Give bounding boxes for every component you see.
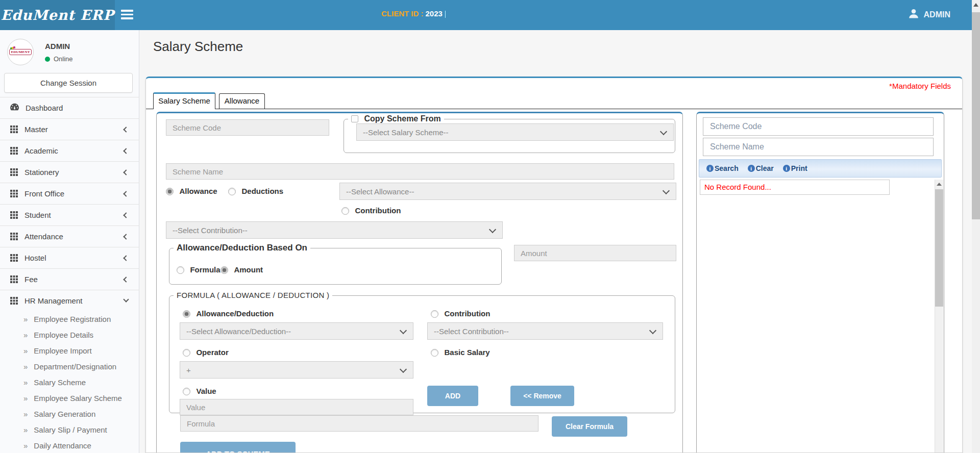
- chevron-left-icon: [123, 148, 129, 154]
- change-session-button[interactable]: Change Session: [4, 73, 133, 93]
- contribution-radio-row[interactable]: Contribution: [341, 206, 401, 215]
- fb-allowance-deduction-radio[interactable]: [183, 310, 190, 318]
- contribution-select[interactable]: --Select Contribution--: [166, 221, 503, 239]
- chevron-left-icon: [123, 191, 129, 196]
- grid-icon: [10, 190, 18, 197]
- amount-input[interactable]: [514, 245, 676, 261]
- fb-contribution-radio[interactable]: [431, 310, 438, 318]
- copy-scheme-select[interactable]: --Select Salary Scheme--: [356, 123, 674, 141]
- sidebar-toggle-icon[interactable]: [121, 10, 134, 21]
- grid-icon: [10, 275, 18, 283]
- grid-icon: [10, 125, 18, 133]
- scheme-name-input[interactable]: [166, 163, 674, 180]
- allowance-radio[interactable]: [166, 188, 174, 195]
- submenu-label: Salary Generation: [34, 410, 95, 418]
- double-arrow-icon: »: [23, 410, 28, 418]
- sidebar-subitem-daily-attendance[interactable]: » Daily Attendance: [0, 438, 139, 453]
- add-to-scheme-button[interactable]: ADD TO SCHEME: [180, 442, 296, 453]
- deductions-radio[interactable]: [228, 188, 236, 195]
- amount-radio[interactable]: [220, 266, 228, 274]
- based-on-legend: Allowance/Deduction Based On: [177, 243, 307, 253]
- formula-input[interactable]: [180, 415, 538, 432]
- search-scheme-code-input[interactable]: [703, 117, 934, 136]
- tab-salary-scheme[interactable]: Salary Scheme: [153, 92, 215, 109]
- sidebar-item-dashboard[interactable]: Dashboard: [0, 97, 139, 118]
- copy-scheme-fieldset: Copy Scheme From --Select Salary Scheme-…: [344, 114, 675, 153]
- grid-icon: [10, 147, 18, 155]
- online-status-dot: [45, 57, 50, 62]
- sidebar-subitem-employee-salary-scheme[interactable]: » Employee Salary Scheme: [0, 390, 139, 406]
- search-scheme-name-input[interactable]: [703, 138, 934, 156]
- fb-operator-radio[interactable]: [183, 349, 190, 357]
- formula-radio-row[interactable]: Formula: [177, 265, 220, 274]
- add-button[interactable]: ADD: [427, 386, 478, 406]
- page-scrollbar-thumb[interactable]: [972, 12, 980, 219]
- separator: |: [445, 9, 446, 18]
- fb-operator-label: Operator: [196, 348, 228, 357]
- scheme-code-input[interactable]: [166, 119, 329, 136]
- scrollbar-thumb[interactable]: [935, 189, 943, 307]
- sidebar-item-stationery[interactable]: Stationery: [0, 161, 139, 183]
- print-button[interactable]: Print: [783, 164, 807, 172]
- sidebar-subitem-salary-scheme[interactable]: » Salary Scheme: [0, 374, 139, 390]
- clear-button[interactable]: Clear: [748, 164, 774, 172]
- amount-radio-row[interactable]: Amount: [220, 265, 263, 274]
- fb-operator-select[interactable]: +: [180, 361, 413, 379]
- sidebar-item-front-office[interactable]: Front Office: [0, 183, 139, 204]
- contribution-select-wrap: --Select Contribution--: [166, 221, 503, 239]
- fb-allowance-deduction-radio-row[interactable]: Allowance/Deduction: [183, 309, 274, 318]
- sidebar-item-academic[interactable]: Academic: [0, 140, 139, 161]
- grid-icon: [10, 233, 18, 240]
- sidebar-subitem-employee-import[interactable]: » Employee Import: [0, 343, 139, 359]
- double-arrow-icon: »: [23, 378, 28, 387]
- sidebar-subitem-salary-generation[interactable]: » Salary Generation: [0, 406, 139, 422]
- sidebar-item-hr-management[interactable]: HR Management: [0, 290, 139, 311]
- sidebar-item-label: Front Office: [24, 189, 64, 198]
- fb-value-radio[interactable]: [183, 388, 190, 395]
- allowance-select[interactable]: --Select Allowance--: [339, 183, 676, 200]
- formula-radio[interactable]: [177, 266, 184, 274]
- contribution-radio[interactable]: [341, 207, 349, 215]
- sidebar-item-label: Master: [24, 125, 48, 134]
- fb-contribution-radio-row[interactable]: Contribution: [431, 309, 490, 318]
- search-button[interactable]: Search: [706, 164, 739, 172]
- fb-contribution-select[interactable]: --Select Contribution--: [427, 322, 663, 340]
- sidebar-subitem-employee-details[interactable]: » Employee Details: [0, 327, 139, 343]
- scroll-up-arrow-icon[interactable]: [937, 183, 942, 186]
- grid-icon: [10, 168, 18, 176]
- clear-formula-button[interactable]: Clear Formula: [552, 416, 627, 437]
- grid-icon: [10, 211, 18, 219]
- amount-radio-label: Amount: [234, 265, 263, 274]
- sidebar-item-hostel[interactable]: Hostel: [0, 247, 139, 268]
- sidebar-item-attendance[interactable]: Attendance: [0, 225, 139, 247]
- fb-allowance-deduction-select[interactable]: --Select Allowance/Deduction--: [180, 322, 413, 340]
- tab-allowance[interactable]: Allowance: [219, 93, 265, 109]
- print-icon: [783, 165, 790, 172]
- results-scrollbar[interactable]: [935, 180, 943, 453]
- fb-operator-radio-row[interactable]: Operator: [183, 348, 229, 357]
- page-scrollbar[interactable]: [972, 0, 980, 453]
- main-content: Salary Scheme *Mandatory Fields Salary S…: [139, 30, 972, 453]
- print-button-label: Print: [791, 164, 807, 172]
- sidebar-subitem-employee-registration[interactable]: » Employee Registration: [0, 311, 139, 327]
- sidebar-subitem-salary-slip-payment[interactable]: » Salary Slip / Payment: [0, 422, 139, 438]
- client-id-label: CLIENT ID :: [381, 9, 424, 18]
- sidebar-item-master[interactable]: Master: [0, 118, 139, 140]
- user-menu[interactable]: ADMIN: [908, 8, 950, 22]
- sidebar-item-student[interactable]: Student: [0, 204, 139, 225]
- fb-value-label: Value: [196, 387, 216, 395]
- remove-button[interactable]: << Remove: [510, 386, 574, 406]
- copy-scheme-legend: Copy Scheme From: [364, 114, 440, 123]
- page-scroll-up-arrow-icon[interactable]: [973, 3, 978, 7]
- deductions-radio-row[interactable]: Deductions: [228, 187, 283, 196]
- brand-logo[interactable]: EduMent ERP: [0, 0, 115, 30]
- avatar: EDUMENT: [7, 39, 34, 65]
- fb-value-radio-row[interactable]: Value: [183, 387, 216, 396]
- sidebar-item-fee[interactable]: Fee: [0, 268, 139, 290]
- copy-scheme-checkbox[interactable]: [351, 115, 358, 122]
- fb-basic-salary-radio-row[interactable]: Basic Salary: [431, 348, 490, 357]
- fb-value-input[interactable]: [180, 399, 413, 415]
- sidebar-subitem-department-designation[interactable]: » Department/Designation: [0, 359, 139, 374]
- allowance-radio-row[interactable]: Allowance: [166, 187, 217, 196]
- fb-basic-salary-radio[interactable]: [431, 349, 438, 357]
